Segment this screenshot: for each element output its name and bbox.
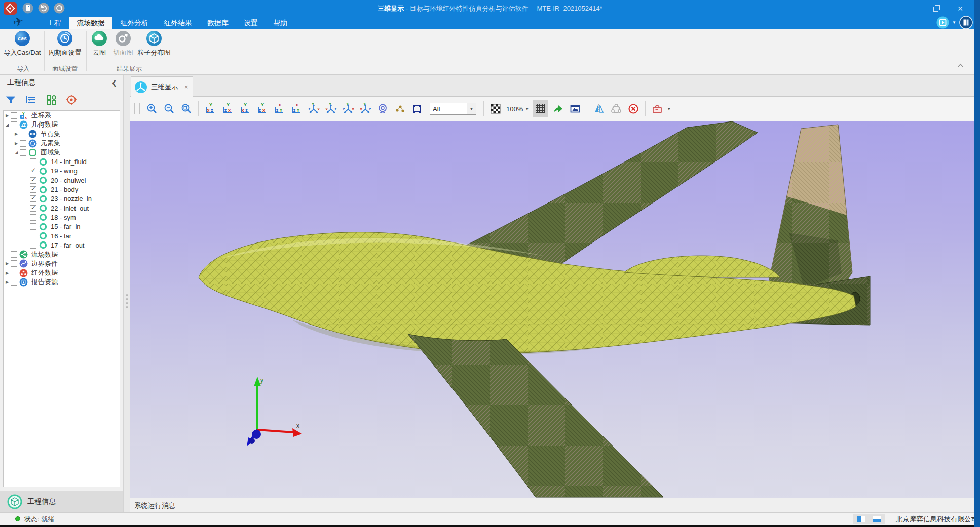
layout-bottom-icon[interactable]: [873, 516, 881, 522]
tree-expander-icon[interactable]: ▶: [5, 261, 10, 266]
iso-view-1-icon[interactable]: Y z x: [306, 100, 321, 117]
tree-item[interactable]: 21 - body: [4, 185, 120, 194]
menu-tab-2[interactable]: 红外分析: [112, 17, 156, 29]
tree-expander-icon[interactable]: ◢: [14, 150, 19, 155]
zoom-out-icon[interactable]: [162, 100, 177, 117]
manual-icon[interactable]: [959, 16, 973, 29]
view-zx-icon[interactable]: Y z x: [220, 100, 235, 117]
ribbon-button-4[interactable]: 粒子分布图: [135, 30, 173, 57]
iso-view-4-icon[interactable]: Y x z: [358, 100, 373, 117]
ribbon-button-1[interactable]: 周期面设置: [45, 30, 85, 57]
tree-checkbox[interactable]: [11, 121, 17, 128]
view-xz2-icon[interactable]: Y x z: [237, 100, 252, 117]
ribbon-button-2[interactable]: 云图: [87, 30, 111, 57]
clip-box-icon[interactable]: [650, 100, 665, 117]
chevron-down-icon[interactable]: ▼: [525, 107, 529, 111]
tree-expander-icon[interactable]: ▶: [5, 113, 10, 118]
tree-checkbox[interactable]: [11, 112, 17, 119]
zoom-in-icon[interactable]: [144, 100, 160, 117]
tree-item[interactable]: ▶红外数据: [4, 268, 120, 277]
outline-list-icon[interactable]: [24, 93, 37, 106]
export-arrow-icon[interactable]: [550, 100, 566, 117]
filter-icon[interactable]: [4, 93, 17, 106]
locate-icon[interactable]: [65, 93, 78, 106]
zoom-fit-icon[interactable]: [179, 100, 194, 117]
tree-item[interactable]: 14 - int_fluid: [4, 157, 120, 166]
tree-item[interactable]: 20 - chuiwei: [4, 176, 120, 185]
rotate-ring-icon[interactable]: [609, 100, 624, 117]
run-panel-icon[interactable]: [936, 16, 949, 29]
tree-item[interactable]: 流场数据: [4, 250, 120, 259]
chevron-down-icon[interactable]: ▼: [667, 107, 671, 111]
tree-item[interactable]: 19 - wing: [4, 167, 120, 176]
viewport-3d[interactable]: y x: [130, 121, 974, 498]
tree-item[interactable]: 17 - far_out: [4, 240, 120, 250]
tree-item[interactable]: ▶报告资源: [4, 277, 120, 287]
tree-item[interactable]: ▶Yzx坐标系: [4, 111, 120, 120]
menu-tab-5[interactable]: 设置: [236, 17, 266, 29]
iso-view-3-icon[interactable]: Y z x: [341, 100, 356, 117]
grid-view-icon[interactable]: [45, 93, 58, 106]
tree-checkbox[interactable]: [11, 260, 17, 267]
tree-checkbox[interactable]: [11, 279, 17, 286]
panel-collapse-button[interactable]: ❮: [111, 79, 117, 87]
tree-item[interactable]: 16 - far: [4, 231, 120, 240]
ribbon-button-0[interactable]: cas 导入Cas/Dat: [1, 30, 44, 57]
tree-checkbox[interactable]: [30, 195, 36, 202]
tree-checkbox[interactable]: [30, 205, 36, 212]
view-zy-icon[interactable]: x z Y: [272, 100, 287, 117]
tree-checkbox[interactable]: [30, 177, 36, 184]
tree-checkbox[interactable]: [30, 223, 36, 230]
menu-tab-1[interactable]: 流场数据: [69, 17, 112, 29]
tree-expander-icon[interactable]: ▶: [14, 141, 19, 146]
tab-3d-view[interactable]: 三维显示 ×: [131, 76, 193, 97]
menu-tab-3[interactable]: 红外结果: [156, 17, 200, 29]
mirror-icon[interactable]: [591, 100, 607, 117]
tree-item[interactable]: 18 - sym: [4, 213, 120, 222]
menu-tab-6[interactable]: 帮助: [266, 17, 295, 29]
layout-left-icon[interactable]: [857, 516, 865, 522]
tree-item[interactable]: 23 - nozzle_in: [4, 194, 120, 204]
transparency-icon[interactable]: [488, 100, 503, 117]
tree-checkbox[interactable]: [30, 242, 36, 249]
tree-item[interactable]: ▶节点集: [4, 130, 120, 139]
view-zx2-icon[interactable]: Y z x: [254, 100, 270, 117]
tree-checkbox[interactable]: [30, 233, 36, 239]
tree-checkbox[interactable]: [20, 131, 26, 137]
tree-checkbox[interactable]: [11, 251, 17, 258]
tree-item[interactable]: ▶元素集: [4, 139, 120, 148]
zoom-level-label[interactable]: 100%: [506, 105, 523, 113]
tree-checkbox[interactable]: [30, 168, 36, 174]
tree-item[interactable]: 15 - far_in: [4, 222, 120, 231]
tree-expander-icon[interactable]: ▶: [5, 271, 10, 275]
view-zy2-icon[interactable]: x z Y: [289, 100, 304, 117]
tree-checkbox[interactable]: [30, 186, 36, 193]
restore-button[interactable]: [925, 0, 948, 17]
close-button[interactable]: ✕: [949, 0, 971, 17]
tree-item[interactable]: ▶边界条件: [4, 259, 120, 268]
project-info-tab[interactable]: 工程信息: [0, 491, 123, 512]
tree-checkbox[interactable]: [30, 158, 36, 165]
tree-expander-icon[interactable]: ◢: [5, 123, 10, 127]
caret-down-icon[interactable]: ▼: [952, 20, 956, 25]
tree-checkbox[interactable]: [20, 140, 26, 147]
view-xz-icon[interactable]: Y x z: [203, 100, 218, 117]
tab-close-icon[interactable]: ×: [184, 83, 189, 91]
toolbar-drag-handle[interactable]: [134, 103, 140, 114]
select-box-icon[interactable]: [409, 100, 425, 117]
tree-expander-icon[interactable]: ▶: [5, 280, 10, 285]
tree-checkbox[interactable]: [20, 149, 26, 156]
ribbon-collapse-button[interactable]: [957, 63, 964, 68]
cancel-icon[interactable]: [626, 100, 641, 117]
tree-checkbox[interactable]: [11, 270, 17, 276]
iso-view-2-icon[interactable]: Y x z: [323, 100, 338, 117]
chevron-down-icon[interactable]: ▼: [467, 103, 476, 114]
tree-item[interactable]: ◢几何数据: [4, 120, 120, 129]
tree-expander-icon[interactable]: ▶: [14, 132, 19, 136]
tree-checkbox[interactable]: [30, 214, 36, 221]
display-filter-select[interactable]: All ▼: [430, 103, 476, 115]
minimize-button[interactable]: ─: [901, 0, 924, 17]
particles-icon[interactable]: [392, 100, 407, 117]
menu-tab-4[interactable]: 数据库: [200, 17, 236, 29]
panel-splitter[interactable]: [123, 75, 130, 512]
